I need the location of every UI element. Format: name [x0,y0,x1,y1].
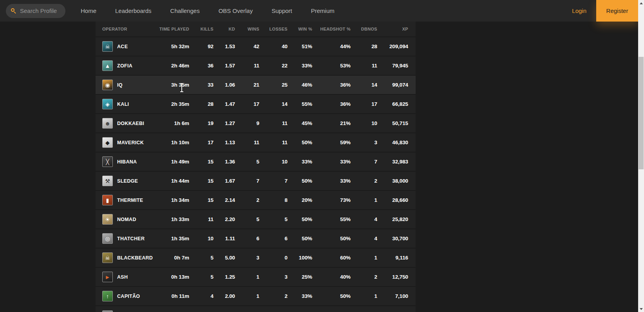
table-row-capito[interactable]: ↑CAPITÃO0h 11m42.001233%50%17,100 [96,286,416,305]
cell-kills: 33 [189,82,213,88]
table-row-ash[interactable]: ►ASH0h 13m51.251325%40%212,750 [96,267,416,286]
cell-kd: 2.00 [213,293,235,299]
operator-name: MAVERICK [117,140,144,145]
table-row-zofia[interactable]: ▲ZOFIA2h 46m361.57112233%53%1179,945 [96,56,416,75]
cell-headshot_pct: 36% [312,82,351,88]
column-header-win_pct[interactable]: WIN % [288,27,312,31]
cell-win_pct: 55% [288,101,312,107]
cell-time_played: 1h 49m [150,159,189,165]
cell-xp: 7,100 [377,293,408,299]
column-header-kd[interactable]: KD [213,27,235,31]
cell-headshot_pct: 55% [312,216,351,222]
cell-dbnos: 10 [351,120,377,126]
column-header-wins[interactable]: WINS [235,27,259,31]
cell-xp: 32,983 [377,159,408,165]
search-input[interactable]: Search Profile [6,4,65,18]
table-row-dokkaebi[interactable]: ☻DOKKAEBI1h 6m191.2791145%21%1050,715 [96,113,416,132]
cell-operator: ↑CAPITÃO [96,291,150,301]
cell-dbnos: 17 [351,101,377,107]
column-header-time_played[interactable]: TIME PLAYED [150,27,189,31]
table-row-kali[interactable]: ◈KALI2h 35m281.47171455%36%1766,825 [96,94,416,113]
operator-icon-thatcher: ◎ [102,233,113,244]
cell-operator: ◆MAVERICK [96,137,150,148]
cell-kills: 5 [189,255,213,261]
cell-xp: 209,094 [377,44,408,49]
cell-operator: ╳HIBANA [96,156,150,167]
cell-headshot_pct: 53% [312,63,351,69]
cell-losses: 8 [259,197,288,203]
cell-xp: 99,074 [377,82,408,88]
scrollbar-thumb[interactable] [639,57,644,169]
cell-time_played: 2h 35m [150,101,189,107]
nav-item-premium[interactable]: Premium [302,0,344,22]
cell-operator: ▲ZOFIA [96,60,150,71]
cell-dbnos: 4 [351,236,377,241]
cell-win_pct: 100% [288,255,312,261]
operator-name: KALI [117,102,129,107]
nav-item-challenges[interactable]: Challenges [161,0,209,22]
page-scrollbar[interactable] [638,0,644,312]
cell-win_pct: 33% [288,293,312,299]
cell-kd: 1.13 [213,140,235,145]
cell-kills: 36 [189,63,213,69]
search-placeholder: Search Profile [20,7,57,14]
cell-xp: 9,116 [377,255,408,261]
cell-kd: 1.57 [213,63,235,69]
nav-item-obs-overlay[interactable]: OBS Overlay [209,0,262,22]
register-button[interactable]: Register [596,0,638,22]
column-header-headshot_pct[interactable]: HEADSHOT % [312,27,351,31]
operator-icon-nomad: ☀ [102,214,113,225]
cell-xp: 30,700 [377,236,408,241]
cell-wins: 1 [235,293,259,299]
cell-headshot_pct: 73% [312,197,351,203]
operator-name: SLEDGE [117,178,138,184]
cell-losses: 7 [259,178,288,184]
column-header-losses[interactable]: LOSSES [259,27,288,31]
scrollbar-up-arrow-icon[interactable] [638,0,644,6]
cell-win_pct: 50% [288,178,312,184]
table-row-sledge[interactable]: ⚒SLEDGE1h 44m151.677750%33%238,000 [96,171,416,190]
table-row-nomad[interactable]: ☀NOMAD1h 33m112.205550%55%425,820 [96,209,416,229]
cell-time_played: 0h 7m [150,255,189,261]
login-link[interactable]: Login [572,7,586,14]
cell-dbnos: 3 [351,140,377,145]
cell-kd: 1.25 [213,274,235,280]
cell-time_played: 0h 11m [150,293,189,299]
table-row-hibana[interactable]: ╳HIBANA1h 49m151.3651033%33%732,983 [96,152,416,171]
column-header-kills[interactable]: KILLS [189,27,213,31]
cell-win_pct: 51% [288,44,312,49]
nav-item-support[interactable]: Support [262,0,302,22]
operator-icon-partial [102,310,113,312]
column-header-xp[interactable]: XP [377,27,408,31]
table-row-thermite[interactable]: ▮THERMITE1h 34m152.142820%73%128,660 [96,190,416,209]
cell-dbnos: 11 [351,63,377,69]
table-row-maverick[interactable]: ◆MAVERICK1h 10m171.13111150%59%346,830 [96,132,416,152]
column-header-dbnos[interactable]: DBNOS [351,27,377,31]
cell-headshot_pct: 33% [312,178,351,184]
cell-kd: 5.00 [213,255,235,261]
cell-losses: 11 [259,120,288,126]
scrollbar-down-arrow-icon[interactable] [638,306,644,312]
cell-wins: 11 [235,63,259,69]
cell-dbnos: 14 [351,82,377,88]
cell-win_pct: 33% [288,159,312,165]
cell-losses: 25 [259,82,288,88]
table-row-thatcher[interactable]: ◎THATCHER1h 35m101.116650%50%430,700 [96,229,416,248]
cell-kills: 11 [189,216,213,222]
cell-win_pct: 46% [288,82,312,88]
top-navbar: Search Profile HomeLeaderboardsChallenge… [0,0,638,22]
cell-dbnos: 1 [351,197,377,203]
operator-name: THERMITE [117,198,143,203]
table-row-ace[interactable]: ☠ACE5h 32m921.53424051%44%28209,094 [96,36,416,56]
column-header-operator[interactable]: OPERATOR [96,27,150,31]
table-row-iq[interactable]: ◉IQ3h 35m331.06212546%36%1499,074 [96,75,416,94]
cell-losses: 3 [259,274,288,280]
cell-dbnos: 2 [351,178,377,184]
table-row-blackbeard[interactable]: ☠BLACKBEARD0h 7m55.0030100%60%19,116 [96,248,416,267]
cell-win_pct: 50% [288,236,312,241]
cell-xp: 79,945 [377,63,408,69]
table-row-partial[interactable] [96,305,416,312]
nav-item-home[interactable]: Home [71,0,106,22]
nav-item-leaderboards[interactable]: Leaderboards [106,0,161,22]
operator-icon-zofia: ▲ [102,60,113,71]
